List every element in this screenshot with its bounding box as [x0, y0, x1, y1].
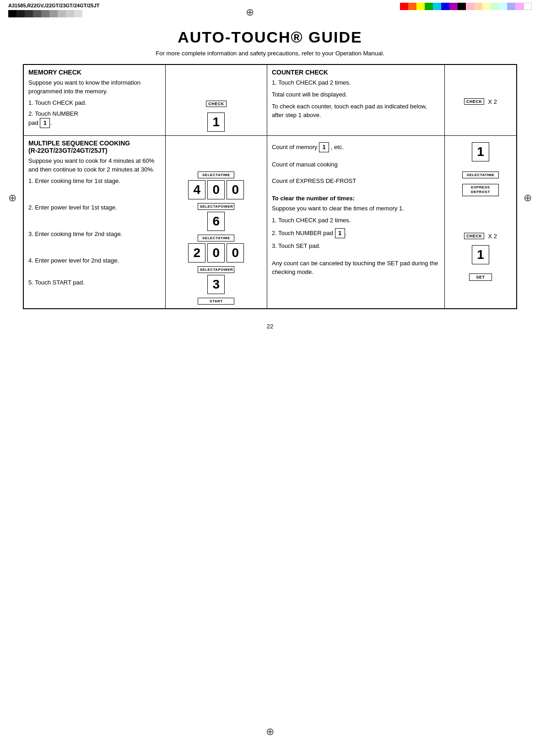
count-memory-num: 1	[319, 142, 329, 152]
clear-set-row: SET	[449, 273, 512, 281]
cancel-note: Any count can be canceled by touching th…	[272, 259, 440, 276]
num2-box: 2	[188, 243, 205, 263]
main-content: AUTO-TOUCH® GUIDE For more complete info…	[0, 19, 540, 339]
count-express-row: Count of EXPRESS DE-FROST	[272, 177, 440, 185]
memory-check-text-col: MEMORY CHECK Suppose you want to know th…	[23, 64, 165, 136]
selectapower-btn-1[interactable]: SELECTAPOWER	[198, 203, 234, 210]
clear-header: To clear the number of times:	[272, 195, 440, 202]
guide-table: MEMORY CHECK Suppose you want to know th…	[23, 64, 517, 309]
selectapower-btn-2[interactable]: SELECTAPOWER	[198, 266, 234, 273]
counter-selectatime-row: SELECTATIME	[449, 172, 512, 178]
step2-line2: pad	[28, 119, 38, 126]
clear-step1: 1. Touch CHECK pad 2 times.	[272, 216, 440, 225]
crosshair-right: ⊕	[524, 192, 532, 204]
step2-line1: 2. Touch NUMBER	[28, 110, 78, 117]
multiple-seq-step2: 2. Enter power level for 1st stage.	[28, 204, 161, 212]
set-btn[interactable]: SET	[469, 273, 492, 281]
start-btn[interactable]: START	[198, 298, 234, 305]
num6-box: 6	[207, 212, 225, 231]
seq-step4-buttons: SELECTAPOWER 3	[170, 266, 262, 294]
counter-express-defrost-row: EXPRESSDEFROST	[449, 184, 512, 196]
multiple-seq-subheader: (R-22GT/23GT/24GT/25JT)	[28, 147, 108, 154]
count-memory-label: Count of memory	[272, 144, 318, 150]
multiple-seq-text-col: MULTIPLE SEQUENCE COOKING (R-22GT/23GT/2…	[23, 136, 165, 309]
clear-step2-num: 1	[335, 228, 345, 238]
num0-box-1: 0	[207, 180, 225, 199]
count-manual-label: Count of manual cooking	[272, 161, 338, 168]
counter-check-button[interactable]: CHECK	[464, 98, 485, 105]
count-express-label: Count of EXPRESS DE-FROST	[272, 177, 356, 184]
multiple-seq-step3: 3. Enter cooking time for 2nd stage.	[28, 230, 161, 238]
number1-box-row: 1	[170, 113, 262, 132]
counter-check-text-col: COUNTER CHECK 1. Touch CHECK pad 2 times…	[267, 64, 444, 136]
num3-box: 3	[207, 275, 225, 294]
selectatime-btn-2[interactable]: SELECTATIME	[198, 235, 234, 241]
seq-step3-buttons: SELECTATIME 2 0 0	[170, 235, 262, 263]
memory-check-intro: Suppose you want to know the information…	[28, 79, 161, 96]
x2-label: X 2	[488, 98, 497, 105]
memory-check-step1: 1. Touch CHECK pad.	[28, 99, 161, 107]
seq-step1-buttons: SELECTATIME 4 0 0	[170, 172, 262, 199]
num6-row: 6	[170, 212, 262, 231]
clear-check-btn-row: CHECK X 2	[449, 233, 512, 240]
counter-num1-box: 1	[472, 142, 489, 161]
seq-200-row: 2 0 0	[170, 243, 262, 263]
clear-step2-text: 2. Touch NUMBER pad	[272, 230, 333, 236]
crosshair-left: ⊕	[8, 192, 16, 204]
num0-box-2: 0	[227, 180, 244, 199]
num4-box: 4	[188, 180, 205, 199]
check-btn-row: CHECK	[170, 101, 262, 107]
number1-box: 1	[207, 113, 225, 132]
memory-check-buttons-col: CHECK 1	[165, 64, 267, 136]
counter-lower-buttons-col: 1 SELECTATIME EXPRESSDEFROST CHECK X	[444, 136, 517, 309]
clear-check-button[interactable]: CHECK	[464, 233, 485, 239]
clear-x2-label: X 2	[488, 233, 497, 240]
clear-num1-box: 1	[472, 245, 489, 264]
counter-express-defrost-btn[interactable]: EXPRESSDEFROST	[462, 184, 499, 196]
multiple-seq-step5: 5. Touch START pad.	[28, 279, 161, 287]
model-number: A31585,R22GV,/22GT/23GT/24GT/25JT	[8, 3, 100, 8]
crosshair-bottom-center: ⊕	[266, 726, 274, 738]
crosshair-top-center: ⊕	[246, 6, 254, 18]
counter-check-header: COUNTER CHECK	[272, 69, 440, 76]
multiple-seq-buttons-col: SELECTATIME 4 0 0 SELECTAPOWER 6	[165, 136, 267, 309]
top-header: A31585,R22GV,/22GT/23GT/24GT/25JT ⊕	[0, 0, 540, 19]
num3-row: 3	[170, 275, 262, 294]
left-header: A31585,R22GV,/22GT/23GT/24GT/25JT	[8, 3, 100, 17]
seq-step2-buttons: SELECTAPOWER 6	[170, 203, 262, 231]
count-memory-row: Count of memory 1 , etc.	[272, 142, 440, 152]
multiple-seq-header-text: MULTIPLE SEQUENCE COOKING	[28, 139, 130, 147]
count-manual-row: Count of manual cooking	[272, 161, 440, 169]
counter-step1: 1. Touch CHECK pad 2 times.	[272, 79, 440, 87]
page-number: 22	[23, 323, 517, 330]
seq-400-row: 4 0 0	[170, 180, 262, 199]
swatches-right	[400, 3, 532, 10]
clear-check-x2: CHECK X 2	[449, 233, 512, 240]
memory-check-step2: 2. Touch NUMBER pad 1.	[28, 110, 161, 128]
multiple-seq-step4: 4. Enter power level for 2nd stage.	[28, 257, 161, 265]
multiple-seq-step1: 1. Enter cooking time for 1st stage.	[28, 177, 161, 185]
clear-step3: 3. Touch SET pad.	[272, 242, 440, 250]
selectatime-btn-1[interactable]: SELECTATIME	[198, 172, 234, 178]
counter-instructions: To check each counter, touch each pad as…	[272, 102, 440, 119]
counter-selectatime-btn[interactable]: SELECTATIME	[462, 172, 499, 178]
counter-num1-row: 1	[449, 142, 512, 161]
counter-check-buttons-col: CHECK X 2	[444, 64, 517, 136]
multiple-seq-header: MULTIPLE SEQUENCE COOKING (R-22GT/23GT/2…	[28, 139, 161, 154]
step2-num-box: 1	[40, 118, 50, 128]
memory-check-header: MEMORY CHECK	[28, 69, 161, 76]
counter-lower-text-col: Count of memory 1 , etc. Count of manual…	[267, 136, 444, 309]
clear-num1-row: 1	[449, 245, 512, 264]
clear-intro: Suppose you want to clear the times of m…	[272, 204, 440, 213]
swatches-left	[8, 10, 100, 17]
multiple-seq-intro: Suppose you want to cook for 4 minutes a…	[28, 157, 161, 174]
counter-check-btn-row: CHECK X 2	[449, 98, 512, 105]
subtitle: For more complete information and safety…	[23, 50, 517, 57]
right-header	[400, 3, 532, 10]
check-button[interactable]: CHECK	[206, 101, 227, 107]
num0-box-3: 0	[207, 243, 225, 263]
clear-step2: 2. Touch NUMBER pad 1.	[272, 228, 440, 238]
seq-step5-buttons: START	[170, 298, 262, 305]
counter-total: Total count will be displayed.	[272, 91, 440, 99]
num0-box-4: 0	[227, 243, 244, 263]
